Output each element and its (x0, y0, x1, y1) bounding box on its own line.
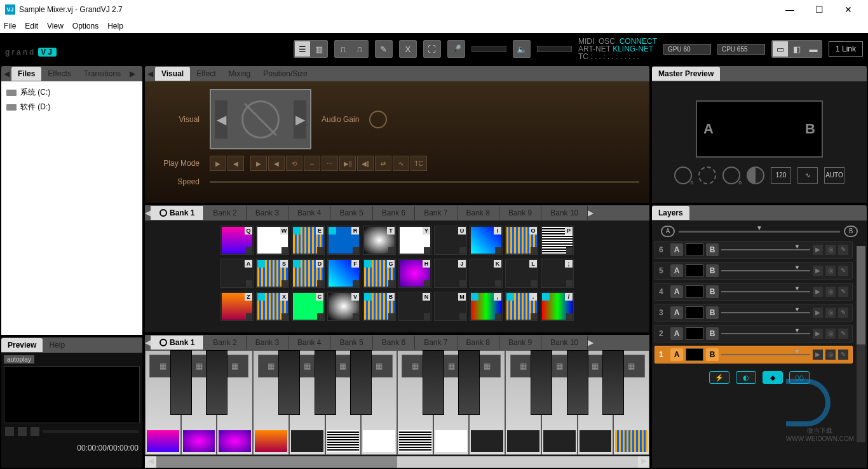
fullscreen-button[interactable]: ⛶ (424, 41, 440, 57)
bank-cell[interactable]: Z (220, 292, 254, 321)
layer-link-icon[interactable]: ⬯⬯ (789, 371, 810, 384)
gain-knob[interactable] (369, 111, 387, 128)
layer-edit-icon[interactable]: ✎ (838, 308, 848, 318)
piano-black-key[interactable] (170, 350, 192, 415)
bank-cell[interactable]: V (327, 292, 360, 321)
bank-tab-1[interactable]: Bank 1 (151, 206, 204, 220)
layer-a-button[interactable]: A (670, 327, 683, 340)
tab-next[interactable]: ▶ (127, 69, 137, 78)
pm-loop[interactable]: ⟲ (286, 156, 302, 171)
bank-tab-7[interactable]: Bank 7 (415, 206, 457, 220)
bank-cell[interactable]: C (292, 292, 325, 321)
bank-tab-8[interactable]: Bank 8 (458, 206, 499, 220)
layer-row[interactable]: 5 A B ▶ ◎ ✎ (654, 262, 853, 280)
layer-slider[interactable] (721, 312, 810, 313)
horizontal-scrollbar[interactable]: ◀ ▶ (145, 456, 649, 468)
bank-tab-4[interactable]: Bank 4 (288, 206, 330, 220)
layer-b-button[interactable]: B (706, 243, 719, 256)
layer-slider[interactable] (721, 354, 810, 355)
tab-files[interactable]: Files (11, 67, 41, 81)
tab-prev[interactable]: ◀ (1, 69, 11, 78)
layer-edit-icon[interactable]: ✎ (838, 350, 848, 360)
bank-next[interactable]: ▶ (588, 208, 593, 217)
layer-slider[interactable] (721, 291, 810, 292)
bank-tab-6[interactable]: Bank 6 (373, 206, 415, 220)
tool-button-2[interactable]: ⎍ (352, 41, 367, 57)
layer-b-button[interactable]: B (706, 306, 719, 319)
bank2-tab-5[interactable]: Bank 5 (330, 336, 372, 350)
layer-a-button[interactable]: A (670, 243, 683, 256)
speaker-button[interactable]: 🔈 (514, 41, 529, 57)
pm-tc[interactable]: TC (410, 156, 427, 171)
view-grid-button[interactable]: ▥ (311, 41, 327, 57)
tool-button-1[interactable]: ⎍ (336, 41, 351, 57)
bank-cell[interactable]: W (256, 226, 289, 255)
mic-button[interactable]: 🎤 (449, 41, 464, 57)
vtab-prev[interactable]: ◀ (145, 69, 155, 78)
bank-cell[interactable]: ; (541, 259, 574, 288)
layer-a-button[interactable]: A (670, 285, 683, 298)
piano-black-key[interactable] (278, 350, 300, 415)
pm-rew[interactable]: ◀ (268, 156, 285, 171)
tab-visual[interactable]: Visual (155, 67, 190, 81)
pm-shuffle[interactable]: ⇄ (375, 156, 391, 171)
layer-edit-icon[interactable]: ✎ (838, 329, 848, 339)
pm-fwd[interactable]: ▶ (250, 156, 267, 171)
layer-a-button[interactable]: A (670, 348, 683, 361)
bank-cell[interactable]: G (363, 259, 396, 288)
x-button[interactable]: X (400, 41, 416, 57)
wave-box[interactable]: ∿ (797, 167, 818, 184)
pm-dots[interactable]: ⋯ (322, 156, 338, 171)
layer-diamond-icon[interactable]: ◆ (763, 371, 783, 384)
xfade-b[interactable]: B (844, 226, 858, 237)
bank-cell[interactable]: U (434, 226, 467, 255)
pm-bounce[interactable]: ↔ (304, 156, 320, 171)
drive-c[interactable]: 系统 (C:) (5, 85, 139, 100)
knob-3[interactable]: 0 (722, 167, 740, 184)
bank-cell[interactable]: K (470, 259, 503, 288)
bank-cell[interactable]: T (363, 226, 396, 255)
bank-cell[interactable]: M (434, 292, 467, 321)
layer-edit-icon[interactable]: ✎ (838, 287, 848, 297)
layers-scrollbar[interactable] (857, 246, 865, 442)
bank-cell[interactable]: E (292, 226, 325, 255)
bank-tab-10[interactable]: Bank 10 (541, 206, 588, 220)
piano-black-key[interactable] (602, 350, 624, 415)
layer-b-button[interactable]: B (706, 264, 719, 277)
drive-d[interactable]: 软件 (D:) (5, 100, 139, 114)
menu-file[interactable]: File (4, 22, 16, 31)
layer-target-icon[interactable]: ◎ (825, 245, 836, 255)
layer-b-button[interactable]: B (706, 348, 719, 361)
tab-mixing[interactable]: Mixing (222, 67, 257, 81)
layer-play-icon[interactable]: ▶ (813, 245, 823, 255)
crossfader[interactable] (679, 231, 840, 233)
layer-edit-icon[interactable]: ✎ (838, 245, 848, 255)
bank-cell[interactable]: L (505, 259, 538, 288)
tab-effect[interactable]: Effect (190, 67, 222, 81)
layer-row[interactable]: 2 A B ▶ ◎ ✎ (654, 325, 853, 343)
auto-box[interactable]: AUTO (824, 167, 844, 184)
layer-play-icon[interactable]: ▶ (813, 308, 823, 318)
bank2-tab-9[interactable]: Bank 9 (499, 336, 541, 350)
piano-black-key[interactable] (206, 350, 227, 415)
file-browser[interactable]: 系统 (C:) 软件 (D:) (1, 81, 142, 335)
layout-2-button[interactable]: ◧ (789, 41, 804, 57)
layer-target-icon[interactable]: ◎ (825, 329, 836, 339)
visual-prev[interactable]: ◀ (215, 100, 227, 139)
menu-edit[interactable]: Edit (25, 22, 38, 31)
bank-cell[interactable]: Y (398, 226, 431, 255)
bank-cell[interactable]: J (434, 259, 467, 288)
layer-play-icon[interactable]: ▶ (813, 329, 823, 339)
bank-cell[interactable]: O (505, 226, 538, 255)
bank-cell[interactable]: , (470, 292, 503, 321)
layer-row[interactable]: 6 A B ▶ ◎ ✎ (654, 241, 853, 259)
contrast-knob[interactable] (747, 167, 764, 184)
layer-row[interactable]: 1 A B ▶ ◎ ✎ (654, 346, 853, 364)
layer-slider[interactable] (721, 333, 810, 334)
bank-cell[interactable]: I (470, 226, 503, 255)
layer-row[interactable]: 4 A B ▶ ◎ ✎ (654, 283, 853, 301)
bank2-tab-4[interactable]: Bank 4 (288, 336, 330, 350)
menu-view[interactable]: View (47, 22, 64, 31)
layer-b-button[interactable]: B (706, 285, 719, 298)
layer-play-icon[interactable]: ▶ (813, 287, 823, 297)
